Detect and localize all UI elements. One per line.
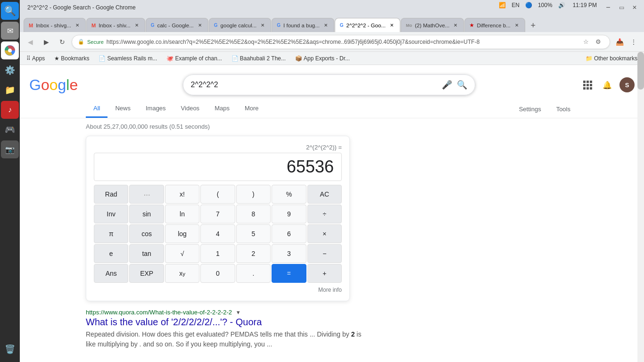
- more-info-link[interactable]: More info: [94, 283, 342, 293]
- calc-btn-log[interactable]: log: [165, 224, 199, 243]
- calc-btn-cos[interactable]: cos: [129, 224, 164, 243]
- bookmark-bookmarks[interactable]: ★ Bookmarks: [51, 54, 92, 63]
- window-close-btn[interactable]: ✕: [629, 2, 640, 13]
- tab-tools[interactable]: Tools: [549, 101, 578, 117]
- tab-videos[interactable]: Videos: [173, 100, 207, 118]
- pocket-btn[interactable]: 📥: [613, 35, 626, 49]
- calc-btn-ans[interactable]: Ans: [94, 264, 128, 283]
- tab-close-difference[interactable]: ✕: [513, 22, 520, 29]
- tab-close-calc[interactable]: ✕: [197, 22, 203, 29]
- tab-images[interactable]: Images: [138, 100, 173, 118]
- tab-maps[interactable]: Maps: [207, 100, 237, 118]
- os-icon-trash[interactable]: 🗑️: [1, 340, 19, 358]
- bookmark-baahubali[interactable]: 📄 Baahubali 2 The...: [229, 54, 289, 63]
- new-tab-btn[interactable]: +: [528, 20, 539, 31]
- chrome-extensions-btn[interactable]: ⚙: [593, 36, 604, 48]
- os-icon-mail[interactable]: ✉: [1, 22, 19, 40]
- google-apps-button[interactable]: [580, 77, 595, 92]
- calc-btn-ac[interactable]: AC: [307, 185, 342, 204]
- tab-difference[interactable]: ★ Difference b... ✕: [464, 18, 525, 32]
- calc-btn-6[interactable]: 6: [272, 224, 306, 243]
- scrollbar-thumb[interactable]: [637, 52, 644, 90]
- os-icon-finder[interactable]: 🔍: [1, 2, 19, 20]
- os-icon-chrome[interactable]: [1, 41, 19, 59]
- calc-btn-divide[interactable]: ÷: [307, 205, 342, 223]
- calc-btn-subtract[interactable]: −: [307, 244, 342, 263]
- calc-btn-percent[interactable]: %: [272, 185, 306, 204]
- tab-all[interactable]: All: [86, 100, 107, 118]
- calc-btn-9[interactable]: 9: [272, 205, 306, 223]
- tab-close-bug[interactable]: ✕: [322, 22, 329, 29]
- tab-active-search[interactable]: G 2^2^2^2 - Goo... ✕: [335, 18, 400, 32]
- result-dropdown-icon[interactable]: ▾: [237, 309, 240, 316]
- tab-close-inbox-1[interactable]: ✕: [74, 22, 81, 29]
- calc-btn-1[interactable]: 1: [200, 244, 235, 263]
- tab-calc[interactable]: G calc - Google... ✕: [146, 18, 208, 32]
- bookmark-apps[interactable]: ⠿ Apps: [24, 54, 48, 63]
- notifications-button[interactable]: 🔔: [600, 77, 615, 92]
- calc-btn-inv[interactable]: Inv: [94, 205, 128, 223]
- search-box[interactable]: 2^2^2^2 🎤 🔍: [183, 74, 475, 95]
- search-input[interactable]: 2^2^2^2: [191, 81, 437, 89]
- calc-btn-sqrt[interactable]: √: [165, 244, 199, 263]
- tab-close-google-calc[interactable]: ✕: [259, 22, 266, 29]
- calc-btn-tan[interactable]: tan: [129, 244, 164, 263]
- calc-btn-equals[interactable]: =: [272, 264, 306, 283]
- calc-btn-2[interactable]: 2: [236, 244, 271, 263]
- reload-button[interactable]: ↻: [56, 35, 69, 49]
- forward-button[interactable]: ▶: [40, 35, 53, 49]
- bookmark-other[interactable]: 📁 Other bookmarks: [583, 54, 640, 63]
- customize-btn[interactable]: ⋮: [627, 35, 640, 49]
- calc-btn-close-paren[interactable]: ): [236, 185, 271, 204]
- tab-close-active-search[interactable]: ✕: [388, 22, 395, 29]
- tab-news[interactable]: News: [107, 100, 138, 118]
- calc-btn-ln[interactable]: ln: [165, 205, 199, 223]
- window-minimize-btn[interactable]: −: [603, 2, 614, 13]
- tab-close-inbox-2[interactable]: ✕: [133, 22, 140, 29]
- address-bar[interactable]: 🔒 Secure https://www.google.co.in/search…: [72, 35, 610, 49]
- calc-btn-8[interactable]: 8: [236, 205, 271, 223]
- tab-settings[interactable]: Settings: [512, 101, 549, 117]
- calc-btn-pi[interactable]: π: [94, 224, 128, 243]
- tab-google-calc[interactable]: G google calcul... ✕: [209, 18, 272, 32]
- result-title-quora[interactable]: What is the value of '2/2/2/2/2/...'? - …: [86, 317, 369, 328]
- calc-btn-multiply[interactable]: ×: [307, 224, 342, 243]
- os-icon-music[interactable]: ♪: [1, 101, 19, 119]
- bookmark-github[interactable]: 🐙 Example of chan...: [164, 54, 224, 63]
- calc-btn-7[interactable]: 7: [200, 205, 235, 223]
- calc-btn-exp[interactable]: EXP: [129, 264, 164, 283]
- bookmark-seamless[interactable]: 📄 Seamless Rails m...: [96, 54, 160, 63]
- calc-btn-xy[interactable]: xy: [165, 264, 199, 283]
- window-maximize-btn[interactable]: ▭: [616, 2, 627, 13]
- calc-btn-factorial[interactable]: x!: [165, 185, 199, 204]
- tab-mathover[interactable]: Mo (2) MathOve... ✕: [401, 18, 464, 32]
- calc-btn-3[interactable]: 3: [272, 244, 306, 263]
- calc-btn-4[interactable]: 4: [200, 224, 235, 243]
- microphone-icon[interactable]: 🎤: [442, 80, 452, 90]
- calc-btn-sin[interactable]: sin: [129, 205, 164, 223]
- search-submit-icon[interactable]: 🔍: [457, 80, 467, 90]
- calc-btn-rad[interactable]: Rad: [94, 185, 128, 204]
- tab-more[interactable]: More: [237, 100, 266, 118]
- bookmark-appexports[interactable]: 📦 App Exports - Dr...: [292, 54, 353, 63]
- tab-close-mathover[interactable]: ✕: [452, 22, 459, 29]
- calc-btn-5[interactable]: 5: [236, 224, 271, 243]
- tab-bug[interactable]: G I found a bug... ✕: [272, 18, 334, 32]
- calc-display: 65536: [94, 153, 342, 181]
- tab-inbox-1[interactable]: M Inbox - shivg... ✕: [24, 18, 86, 32]
- calc-btn-add[interactable]: +: [307, 264, 342, 283]
- calc-btn-0[interactable]: 0: [200, 264, 235, 283]
- calc-btn-dotgrid[interactable]: ···: [129, 185, 164, 204]
- tab-inbox-2[interactable]: M Inbox - shiv... ✕: [86, 18, 145, 32]
- os-icon-game[interactable]: 🎮: [1, 121, 19, 139]
- calc-btn-e[interactable]: e: [94, 244, 128, 263]
- os-icon-files[interactable]: 📁: [1, 81, 19, 99]
- os-icon-settings[interactable]: ⚙️: [1, 61, 19, 79]
- bookmark-star-btn[interactable]: ☆: [580, 36, 592, 48]
- calc-btn-dot[interactable]: .: [236, 264, 271, 283]
- title-bar: 2^2^2^2 - Google Search - Google Chrome …: [20, 0, 644, 15]
- os-icon-camera[interactable]: 📷: [1, 140, 19, 158]
- calc-btn-open-paren[interactable]: (: [200, 185, 235, 204]
- user-avatar[interactable]: S: [619, 77, 635, 92]
- back-button[interactable]: ◀: [24, 35, 37, 49]
